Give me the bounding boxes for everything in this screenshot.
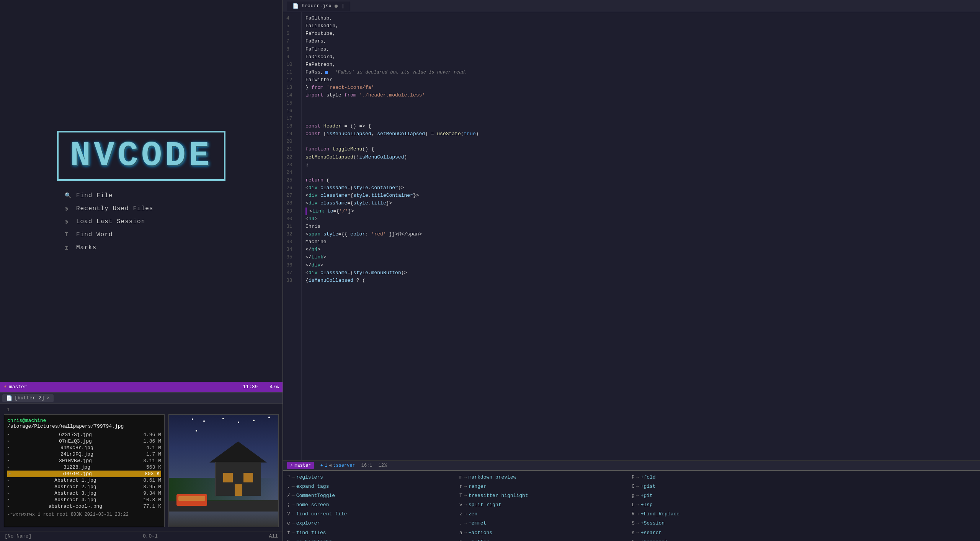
list-item[interactable]: ▸ 31228.jpg563 K — [7, 464, 161, 471]
marks-icon: ◫ — [65, 244, 72, 251]
hotkey: R — [632, 510, 635, 518]
menu-load-session[interactable]: ◎ Load Last Session — [65, 218, 218, 225]
menu-find-word[interactable]: T Find Word — [65, 231, 218, 238]
help-item[interactable]: t → +terminal — [632, 538, 804, 541]
filename: 24LrDFQ.jpg — [60, 451, 93, 457]
help-item[interactable]: f → find files — [287, 529, 459, 537]
arrow-icon: → — [292, 519, 295, 528]
line-number: 27 — [286, 192, 297, 199]
menu-marks[interactable]: ◫ Marks — [65, 244, 218, 251]
list-item[interactable]: ▸ 30iNVBw.jpg3.11 M — [7, 458, 161, 464]
action-label: split right — [469, 501, 501, 509]
help-panel: " → registers, → expand tags/ → CommentT… — [283, 470, 980, 541]
code-line: function toggleMenu() { — [305, 145, 976, 153]
file-icon: ▸ — [7, 458, 10, 464]
code-line: FaTwitter — [305, 76, 976, 84]
file-list-box: chris@machine /storage/Pictures/wallpape… — [4, 414, 165, 527]
help-item[interactable]: ; → home screen — [287, 501, 459, 509]
line-number: 6 — [286, 30, 297, 38]
arrow-icon: → — [636, 519, 639, 528]
help-item[interactable]: S → +Session — [632, 519, 804, 528]
list-item[interactable]: ▸ Abstract 2.jpg8.95 M — [7, 484, 161, 490]
help-item[interactable]: a → +actions — [459, 529, 632, 537]
line-numbers: 4567891011121314151617181920212223242526… — [283, 12, 302, 460]
menu-recent-files[interactable]: ◎ Recently Used Files — [65, 205, 218, 212]
editor-tab[interactable]: 📄 header.jsx | — [287, 2, 350, 11]
list-item[interactable]: ▸ Abstract 1.jpg8.61 M — [7, 477, 161, 484]
code-line: </h4> — [305, 246, 976, 253]
help-item[interactable]: G → +gist — [632, 482, 804, 491]
hotkey: S — [632, 519, 635, 528]
help-item[interactable]: v → split right — [459, 501, 632, 509]
line-number: 18 — [286, 123, 297, 130]
arrow-icon: → — [292, 529, 295, 537]
hotkey: T — [459, 492, 462, 500]
list-item[interactable]: ▸ Abstract 3.jpg9.34 M — [7, 490, 161, 497]
help-item[interactable]: h → no highlight — [287, 538, 459, 541]
help-col-1: m → markdown previewr → rangerT → treesi… — [459, 473, 632, 541]
code-line — [305, 107, 976, 115]
hotkey: b — [459, 538, 462, 541]
help-item[interactable]: / → CommentToggle — [287, 492, 459, 500]
list-item[interactable]: ▸ 6zS17Sj.jpg4.96 M — [7, 431, 161, 438]
help-item[interactable]: ? → find current file — [287, 510, 459, 518]
find-file-icon: 🔍 — [65, 192, 72, 199]
hotkey: s — [632, 529, 635, 537]
list-item[interactable]: ▸ 07nEzQ3.jpg1.86 M — [7, 438, 161, 445]
help-item[interactable]: L → +lsp — [632, 501, 804, 509]
help-item[interactable]: R → +Find_Replace — [632, 510, 804, 518]
terminal-path: /storage/Pictures/wallpapers/799794.jpg — [7, 423, 124, 429]
hotkey: , — [287, 482, 290, 491]
arrow-icon: → — [636, 501, 639, 509]
menu-find-file[interactable]: 🔍 Find File — [65, 192, 218, 199]
house-roof — [209, 441, 267, 463]
menu-load-session-label: Load Last Session — [76, 218, 145, 225]
tab-close-button[interactable]: × — [47, 395, 50, 401]
code-line: FaRss, 'FaRss' is declared but its value… — [305, 69, 976, 76]
action-label: find current file — [296, 510, 347, 518]
line-number: 22 — [286, 154, 297, 161]
buffer-filename: [No Name] — [5, 533, 31, 539]
help-item[interactable]: T → treesitter highlight — [459, 492, 632, 500]
help-item[interactable]: m → markdown preview — [459, 473, 632, 482]
buffer-tab[interactable]: 📄 [buffer 2] × — [2, 394, 54, 402]
hotkey: e — [287, 519, 290, 528]
code-line: return ( — [305, 177, 976, 184]
right-panel: 📄 header.jsx | 4567891011121314151617181… — [283, 0, 980, 541]
code-content[interactable]: FaGithub, FaLinkedin, FaYoutube, FaBars,… — [302, 12, 980, 460]
code-line — [305, 138, 976, 145]
list-item[interactable]: ▸ abstract-cool~.png77.1 K — [7, 503, 161, 510]
arrow-icon: → — [464, 538, 467, 541]
hotkey: ; — [287, 501, 290, 509]
help-item[interactable]: r → ranger — [459, 482, 632, 491]
file-list-header: chris@machine /storage/Pictures/wallpape… — [7, 418, 161, 429]
buffer-line-number: 1 — [3, 405, 14, 414]
house-body — [215, 462, 261, 496]
line-number: 15 — [286, 100, 297, 107]
arrow-icon: → — [292, 482, 295, 491]
help-item[interactable]: F → +fold — [632, 473, 804, 482]
help-item[interactable]: z → zen — [459, 510, 632, 518]
list-item[interactable]: ▸ 24LrDFQ.jpg1.7 M — [7, 451, 161, 458]
filesize: 4.96 M — [143, 432, 161, 438]
file-permissions: -rwxrwxrwx 1 root root 803K 2021-03-01 2… — [7, 512, 161, 517]
list-item[interactable]: ▸ Abstract 4.jpg10.8 M — [7, 497, 161, 503]
help-item[interactable]: b → +buffer — [459, 538, 632, 541]
action-label: registers — [296, 473, 323, 482]
list-item[interactable]: ▸ 9hMxcHr.jpg4.1 M — [7, 445, 161, 451]
help-item[interactable]: , → expand tags — [287, 482, 459, 491]
house-window-1 — [223, 473, 233, 482]
action-label: no highlight — [296, 538, 332, 541]
list-item[interactable]: ▸ 799794.jpg803 K — [7, 471, 161, 477]
help-col-2: F → +foldG → +gistg → +gitL → +lspR → +F… — [632, 473, 804, 541]
help-item[interactable]: . → +emmet — [459, 519, 632, 528]
filesize: 77.1 K — [143, 503, 161, 509]
help-item[interactable]: g → +git — [632, 492, 804, 500]
line-number: 16 — [286, 107, 297, 115]
line-number: 8 — [286, 46, 297, 53]
help-item[interactable]: " → registers — [287, 473, 459, 482]
file-icon: ▸ — [7, 464, 10, 470]
hotkey: F — [632, 473, 635, 482]
help-item[interactable]: s → +search — [632, 529, 804, 537]
help-item[interactable]: e → explorer — [287, 519, 459, 528]
